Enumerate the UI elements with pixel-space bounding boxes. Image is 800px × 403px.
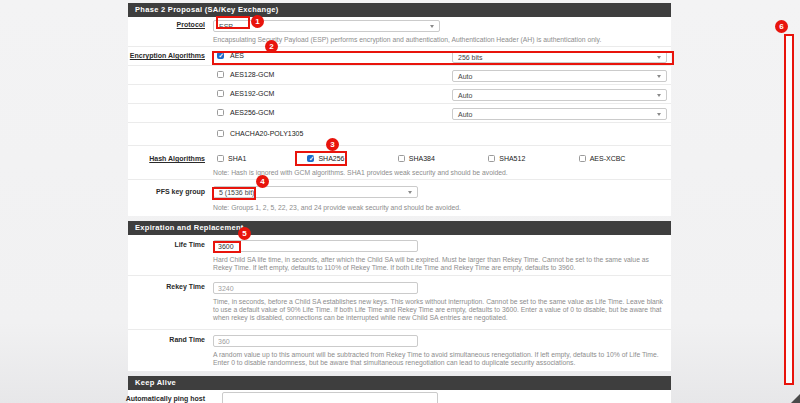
hash-option-aesxcbc: AES-XCBC xyxy=(579,153,669,165)
chevron-down-icon xyxy=(430,25,434,28)
encryption-row-aes128gcm: AES128-GCM Auto xyxy=(128,66,671,85)
checkbox-sha512-label: SHA512 xyxy=(499,155,525,162)
pfs-key-group-label: PFS key group xyxy=(85,188,205,195)
checkbox-sha1[interactable] xyxy=(217,155,224,162)
encryption-row-chacha20: CHACHA20-POLY1305 xyxy=(128,123,671,146)
encryption-algorithms-label: Encryption Algorithms xyxy=(85,52,205,59)
checkbox-aes256gcm[interactable] xyxy=(217,109,224,116)
aes128gcm-keylength-select[interactable]: Auto xyxy=(452,70,667,82)
rand-time-row: Rand Time A random value up to this amou… xyxy=(128,330,671,371)
checkbox-sha1-label: SHA1 xyxy=(228,155,246,162)
pfs-row: PFS key group 5 (1536 bit) Note: Groups … xyxy=(128,180,671,216)
rekey-time-input[interactable] xyxy=(213,282,418,294)
life-time-input[interactable] xyxy=(213,240,418,252)
aes256gcm-keylength-select[interactable]: Auto xyxy=(452,108,667,120)
annotation-marker-6: 6 xyxy=(775,20,788,33)
scrollbar[interactable] xyxy=(785,36,793,384)
aes128gcm-keylength-value: Auto xyxy=(458,73,472,80)
chevron-down-icon xyxy=(657,75,661,78)
panel-keep-alive-header: Keep Alive xyxy=(128,376,671,390)
aes192gcm-keylength-select[interactable]: Auto xyxy=(452,89,667,101)
checkbox-sha512[interactable] xyxy=(488,155,495,162)
aes192gcm-keylength-value: Auto xyxy=(458,92,472,99)
rand-time-input[interactable] xyxy=(213,335,418,347)
checkbox-aesxcbc[interactable] xyxy=(579,155,586,162)
panel-keep-alive: Keep Alive Automatically ping host xyxy=(128,376,671,403)
hash-algorithms-row: Hash Algorithms SHA1 SHA256 SHA384 SHA51… xyxy=(128,146,671,180)
hash-option-sha256: SHA256 xyxy=(307,153,397,165)
rand-time-label: Rand Time xyxy=(85,336,205,343)
hash-note-text: Note: Hash is ignored with GCM algorithm… xyxy=(213,169,668,177)
panel-expiration-header: Expiration and Replacement xyxy=(128,221,671,235)
checkbox-aes192gcm[interactable] xyxy=(217,90,224,97)
checkbox-aes128gcm[interactable] xyxy=(217,71,224,78)
aes-keylength-value: 256 bits xyxy=(458,54,483,61)
ping-host-input[interactable] xyxy=(222,392,438,403)
chevron-down-icon xyxy=(657,113,661,116)
aes-keylength-select[interactable]: 256 bits xyxy=(452,51,667,63)
chevron-down-icon xyxy=(408,191,412,194)
checkbox-aes192gcm-label: AES192-GCM xyxy=(230,90,274,97)
protocol-label: Protocol xyxy=(85,21,205,28)
hash-option-sha512: SHA512 xyxy=(488,153,578,165)
life-time-label: Life Time xyxy=(85,241,205,248)
pfs-note-text: Note: Groups 1, 2, 5, 22, 23, and 24 pro… xyxy=(213,204,668,212)
rand-time-help-text: A random value up to this amount will be… xyxy=(213,351,668,367)
checkbox-chacha20poly1305[interactable] xyxy=(217,130,224,137)
protocol-select-value: ESP xyxy=(219,23,233,30)
rekey-time-help-text: Time, in seconds, before a Child SA esta… xyxy=(213,298,668,322)
panel-phase2-header: Phase 2 Proposal (SA/Key Exchange) xyxy=(128,3,671,17)
encryption-row-aes256gcm: AES256-GCM Auto xyxy=(128,104,671,123)
ping-host-row: Automatically ping host xyxy=(128,390,671,403)
checkbox-sha384-label: SHA384 xyxy=(409,155,435,162)
life-time-help-text: Hard Child SA life time, in seconds, aft… xyxy=(213,256,668,272)
chevron-down-icon xyxy=(657,56,661,59)
checkbox-aes-label: AES xyxy=(230,52,244,59)
checkbox-sha256-label: SHA256 xyxy=(318,155,344,162)
hash-option-sha1: SHA1 xyxy=(217,153,307,165)
pfs-key-group-value: 5 (1536 bit) xyxy=(219,189,254,196)
checkbox-aes128gcm-label: AES128-GCM xyxy=(230,71,274,78)
checkbox-aes256gcm-label: AES256-GCM xyxy=(230,109,274,116)
hash-option-sha384: SHA384 xyxy=(398,153,488,165)
hash-options: SHA1 SHA256 SHA384 SHA512 AES-XCBC xyxy=(217,153,669,165)
rekey-time-row: Rekey Time Time, in seconds, before a Ch… xyxy=(128,276,671,330)
protocol-row: Protocol ESP Encapsulating Security Payl… xyxy=(128,17,671,47)
ping-host-label: Automatically ping host xyxy=(85,395,205,402)
checkbox-chacha20poly1305-label: CHACHA20-POLY1305 xyxy=(230,130,303,137)
encryption-row-aes: Encryption Algorithms AES 256 bits xyxy=(128,47,671,66)
rekey-time-label: Rekey Time xyxy=(85,283,205,290)
encryption-row-aes192gcm: AES192-GCM Auto xyxy=(128,85,671,104)
life-time-row: Life Time Hard Child SA life time, in se… xyxy=(128,235,671,276)
panel-phase2-proposal: Phase 2 Proposal (SA/Key Exchange) Proto… xyxy=(128,3,671,216)
checkbox-aesxcbc-label: AES-XCBC xyxy=(590,155,626,162)
checkbox-aes[interactable] xyxy=(217,52,224,59)
hash-algorithms-label: Hash Algorithms xyxy=(85,155,205,162)
aes256gcm-keylength-value: Auto xyxy=(458,111,472,118)
panel-expiration: Expiration and Replacement Life Time Har… xyxy=(128,221,671,371)
checkbox-sha256[interactable] xyxy=(307,155,314,162)
corner-resize-grip-icon xyxy=(791,394,800,403)
chevron-down-icon xyxy=(657,94,661,97)
checkbox-sha384[interactable] xyxy=(398,155,405,162)
protocol-help-text: Encapsulating Security Payload (ESP) per… xyxy=(213,36,668,44)
pfs-key-group-select[interactable]: 5 (1536 bit) xyxy=(213,186,418,198)
protocol-select[interactable]: ESP xyxy=(213,20,440,32)
